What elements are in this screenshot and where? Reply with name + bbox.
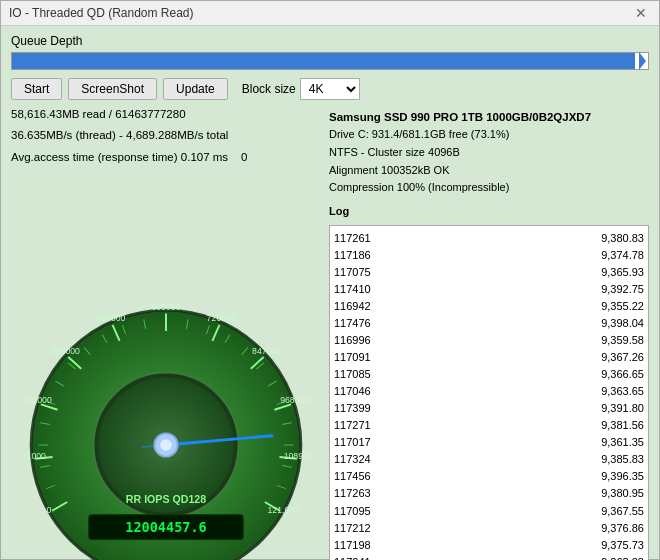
title-bar: IO - Threaded QD (Random Read) ✕ [1, 1, 659, 26]
queue-bar-fill [12, 53, 635, 69]
log-row: 1174569,396.35 [334, 468, 644, 485]
queue-bar-container [11, 52, 649, 70]
window-content: Queue Depth Start ScreenShot Update Bloc… [1, 26, 659, 560]
svg-point-52 [160, 439, 172, 451]
close-button[interactable]: ✕ [631, 5, 651, 21]
log-entries: 1172619,380.831171869,374.781170759,365.… [334, 230, 644, 560]
log-row: 1172719,381.56 [334, 417, 644, 434]
log-row: 1174769,398.04 [334, 315, 644, 332]
drive-line1: Drive C: 931.4/681.1GB free (73.1%) [329, 126, 649, 144]
right-panel: Samsung SSD 990 PRO 1TB 1000GB/0B2QJXD7 … [329, 106, 649, 560]
left-panel: 58,616.43MB read / 61463777280 36.635MB/… [11, 106, 321, 560]
block-size-group: Block size 4K 8K 16K 64K 128K 512K 1M [242, 78, 360, 100]
log-row: 1173999,391.80 [334, 400, 644, 417]
svg-text:847000: 847000 [252, 346, 281, 356]
svg-text:0: 0 [46, 504, 51, 514]
main-area: 58,616.43MB read / 61463777280 36.635MB/… [11, 106, 649, 560]
svg-text:605000: 605000 [152, 301, 181, 311]
log-row: 1172639,380.95 [334, 485, 644, 502]
drive-line2: NTFS - Cluster size 4096B [329, 144, 649, 162]
log-row: 1170859,366.65 [334, 366, 644, 383]
log-row: 1170469,363.65 [334, 383, 644, 400]
svg-text:363000: 363000 [51, 346, 80, 356]
drive-name: Samsung SSD 990 PRO 1TB 1000GB/0B2QJXD7 [329, 108, 649, 126]
svg-text:484000: 484000 [96, 313, 125, 323]
drive-line4: Compression 100% (Incompressible) [329, 179, 649, 197]
log-row: 1174109,392.75 [334, 281, 644, 298]
svg-text:12004457.6: 12004457.6 [125, 519, 206, 535]
drive-info: Samsung SSD 990 PRO 1TB 1000GB/0B2QJXD7 … [329, 106, 649, 199]
queue-depth-label: Queue Depth [11, 34, 649, 48]
window-title: IO - Threaded QD (Random Read) [9, 6, 194, 20]
log-row: 1170419,363.23 [334, 554, 644, 560]
stats-line3: Avg.access time (response time) 0.107 ms… [11, 149, 321, 166]
main-window: IO - Threaded QD (Random Read) ✕ Queue D… [0, 0, 660, 560]
drive-line3: Alignment 100352kB OK [329, 162, 649, 180]
log-row: 1170919,367.26 [334, 349, 644, 366]
start-button[interactable]: Start [11, 78, 62, 100]
log-container[interactable]: 1172619,380.831171869,374.781170759,365.… [329, 225, 649, 560]
queue-arrow [639, 52, 646, 70]
svg-text:968000: 968000 [280, 395, 309, 405]
svg-text:1089000: 1089000 [284, 451, 311, 461]
log-row: 1169969,359.58 [334, 332, 644, 349]
gauge-svg: 0 121000 242000 363000 484000 605000 726… [21, 300, 311, 560]
svg-text:RR IOPS QD128: RR IOPS QD128 [126, 493, 206, 505]
controls-row: Start ScreenShot Update Block size 4K 8K… [11, 78, 649, 100]
log-row: 1173249,385.83 [334, 451, 644, 468]
stats-line2: 36.635MB/s (thread) - 4,689.288MB/s tota… [11, 127, 321, 144]
log-row: 1170179,361.35 [334, 434, 644, 451]
svg-text:121,000: 121,000 [267, 504, 299, 514]
svg-text:121000: 121000 [21, 451, 46, 461]
gauge-container: 0 121000 242000 363000 484000 605000 726… [11, 170, 321, 560]
svg-text:726000: 726000 [207, 313, 236, 323]
log-row: 1170959,367.55 [334, 503, 644, 520]
log-row: 1171869,374.78 [334, 247, 644, 264]
block-size-label: Block size [242, 82, 296, 96]
log-row: 1172129,376.86 [334, 520, 644, 537]
log-row: 1172619,380.83 [334, 230, 644, 247]
update-button[interactable]: Update [163, 78, 228, 100]
log-row: 1169429,355.22 [334, 298, 644, 315]
svg-text:242000: 242000 [23, 395, 52, 405]
screenshot-button[interactable]: ScreenShot [68, 78, 157, 100]
block-size-select[interactable]: 4K 8K 16K 64K 128K 512K 1M [300, 78, 360, 100]
log-header: Log [329, 205, 649, 217]
log-row: 1171989,375.73 [334, 537, 644, 554]
stats-line1: 58,616.43MB read / 61463777280 [11, 106, 321, 123]
log-row: 1170759,365.93 [334, 264, 644, 281]
